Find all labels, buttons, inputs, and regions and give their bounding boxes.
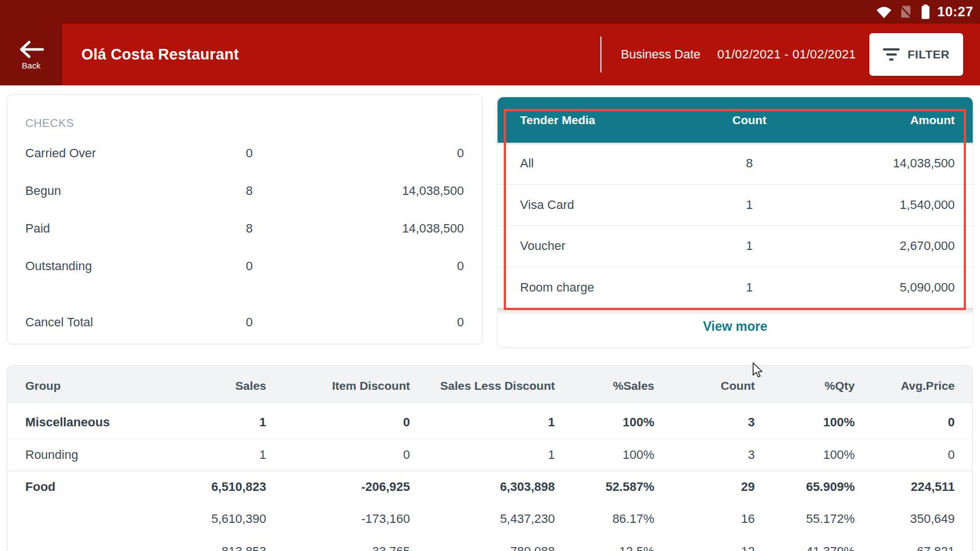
sales-col-pct-sales: %Sales: [573, 379, 673, 393]
sales-table-card: Group Sales Item Discount Sales Less Dis…: [7, 365, 973, 551]
back-label: Back: [22, 61, 40, 70]
sales-sales: 5,610,390: [141, 512, 285, 526]
sales-pct-qty: 100%: [773, 415, 873, 430]
checks-card-title: CHECKS: [7, 112, 482, 134]
tender-media: All: [498, 156, 678, 171]
tender-media-card: Tender Media Count Amount All 8 14,038,5…: [498, 97, 973, 347]
tender-row-voucher[interactable]: Voucher 1 2,670,000: [498, 225, 973, 267]
sales-col-avg-price: Avg.Price: [873, 379, 973, 393]
tender-amount: 1,540,000: [821, 198, 973, 212]
checks-row-count: 0: [197, 259, 302, 274]
sales-sales: 1: [141, 448, 285, 462]
sales-pct-sales: 100%: [573, 415, 673, 430]
checks-row-outstanding: Outstanding 0 0: [7, 247, 482, 285]
tender-count: 8: [678, 156, 821, 171]
app-bar: Back Olá Costa Restaurant Business Date …: [0, 24, 980, 85]
status-time: 10:27: [937, 4, 973, 20]
sales-row-food[interactable]: Food 6,510,823 -206,925 6,303,898 52.587…: [7, 471, 972, 503]
checks-row-label: Paid: [7, 221, 197, 236]
checks-row-amount: 0: [302, 146, 482, 161]
tender-table-header: Tender Media Count Amount: [498, 97, 973, 143]
sales-item-discount: 0: [285, 448, 429, 462]
tender-count: 1: [678, 239, 821, 253]
filter-button-label: FILTER: [908, 48, 950, 61]
checks-row-paid: Paid 8 14,038,500: [7, 210, 482, 247]
sales-pct-qty: 55.172%: [773, 512, 873, 526]
battery-icon: [919, 4, 932, 20]
sales-pct-qty: 100%: [773, 448, 873, 462]
tender-amount: 14,038,500: [821, 156, 973, 171]
tender-col-amount: Amount: [821, 113, 973, 127]
tender-media: Voucher: [498, 239, 678, 253]
sales-row-rounding[interactable]: Rounding 1 0 1 100% 3 100% 0: [7, 439, 972, 471]
back-button[interactable]: Back: [0, 24, 62, 85]
tender-col-media: Tender Media: [498, 113, 678, 127]
no-sim-icon: [898, 4, 914, 20]
business-date-range: 01/02/2021 - 01/02/2021: [717, 47, 856, 62]
tender-row-room-charge[interactable]: Room charge 1 5,090,000: [498, 267, 973, 308]
sales-group: Miscellaneous: [7, 415, 141, 430]
sales-count: 3: [673, 448, 773, 462]
sales-col-item-discount: Item Discount: [285, 379, 429, 393]
checks-spacer: [7, 285, 482, 303]
sales-sales: 813,853: [141, 544, 285, 551]
checks-row-label: Cancel Total: [7, 315, 197, 330]
sales-avg-price: 0: [873, 415, 973, 430]
sales-col-pct-qty: %Qty: [773, 379, 873, 393]
sales-pct-qty: 41.379%: [773, 544, 873, 551]
sales-item-discount: -206,925: [285, 480, 429, 494]
header-divider: [600, 37, 601, 72]
sales-col-sales: Sales: [141, 379, 285, 393]
sales-count: 29: [673, 480, 773, 494]
tender-count: 1: [678, 198, 821, 212]
checks-row-label: Carried Over: [7, 146, 197, 161]
sales-avg-price: 224,511: [873, 480, 973, 494]
checks-row-count: 8: [197, 184, 302, 198]
checks-row-count: 0: [197, 315, 302, 330]
checks-row-amount: 0: [302, 315, 482, 330]
sales-col-group: Group: [7, 379, 141, 393]
tender-row-visa-card[interactable]: Visa Card 1 1,540,000: [498, 184, 973, 226]
sales-table-body: Miscellaneous 1 0 1 100% 3 100% 0 Roundi…: [7, 403, 972, 551]
checks-row-amount: 14,038,500: [302, 221, 482, 236]
page-title: Olá Costa Restaurant: [62, 46, 600, 63]
checks-row-begun: Begun 8 14,038,500: [7, 172, 482, 210]
sales-item-discount: 0: [285, 415, 429, 430]
tender-media: Room charge: [498, 280, 678, 295]
checks-row-amount: 14,038,500: [302, 184, 482, 198]
sales-item-discount: -33,765: [285, 544, 429, 551]
sales-col-count: Count: [673, 379, 773, 393]
business-date-label: Business Date: [621, 47, 700, 62]
checks-card: CHECKS Carried Over 0 0 Begun 8 14,038,5…: [7, 94, 482, 344]
filter-button[interactable]: FILTER: [869, 33, 963, 76]
checks-row-amount: 0: [302, 259, 482, 274]
sales-sales: 1: [141, 415, 285, 430]
view-more-link[interactable]: View more: [498, 319, 973, 334]
sales-pct-sales: 100%: [573, 448, 673, 462]
sales-less-discount: 1: [429, 415, 573, 430]
filter-icon: [883, 48, 900, 61]
sales-less-discount: 780,088: [429, 544, 573, 551]
sales-avg-price: 0: [873, 448, 973, 462]
sales-count: 16: [673, 512, 773, 526]
sales-avg-price: 67,821: [873, 544, 973, 551]
sales-pct-sales: 86.17%: [573, 512, 673, 526]
sales-row-miscellaneous[interactable]: Miscellaneous 1 0 1 100% 3 100% 0: [7, 406, 972, 439]
tender-col-count: Count: [678, 113, 821, 127]
sales-pct-sales: 52.587%: [573, 480, 673, 494]
sales-less-discount: 6,303,898: [429, 480, 573, 494]
table-shadow: [498, 308, 973, 316]
app-bar-right: Business Date 01/02/2021 - 01/02/2021 FI…: [600, 24, 980, 85]
sales-pct-sales: 12.5%: [573, 544, 673, 551]
sales-subrow-food-2: 813,853 -33,765 780,088 12.5% 12 41.379%…: [7, 535, 972, 551]
sales-subrow-food-1: 5,610,390 -173,160 5,437,230 86.17% 16 5…: [7, 503, 972, 536]
checks-row-carried-over: Carried Over 0 0: [7, 134, 482, 172]
sales-item-discount: -173,160: [285, 512, 429, 526]
checks-row-label: Outstanding: [7, 259, 197, 274]
sales-col-sales-less-discount: Sales Less Discount: [429, 379, 573, 393]
checks-row-count: 8: [197, 221, 302, 236]
tender-media: Visa Card: [498, 198, 678, 212]
tender-row-all[interactable]: All 8 14,038,500: [498, 143, 973, 184]
checks-row-label: Begun: [7, 184, 197, 198]
sales-count: 3: [673, 415, 773, 430]
